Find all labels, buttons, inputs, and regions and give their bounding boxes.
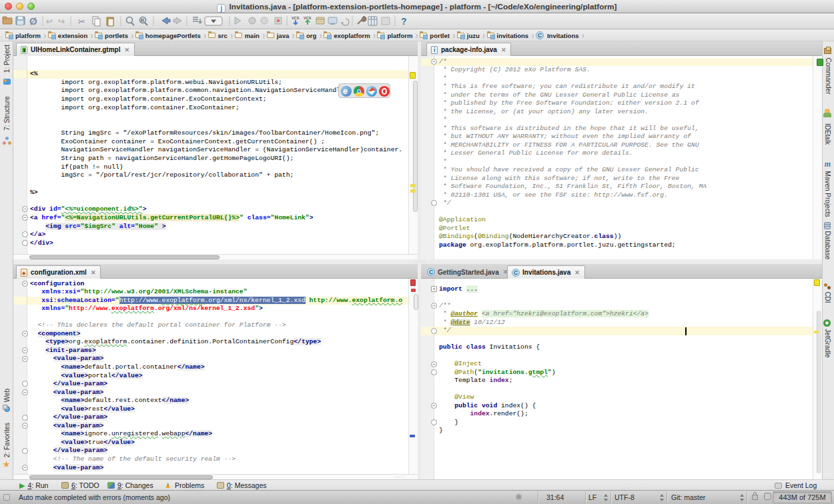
- svg-text:↩: ↩: [46, 17, 53, 26]
- svg-text:R: R: [141, 18, 144, 23]
- svg-text:VCS: VCS: [304, 16, 312, 20]
- svg-text:VCS: VCS: [292, 16, 300, 20]
- svg-text:Ø: Ø: [29, 15, 37, 27]
- svg-text:?: ?: [401, 16, 407, 27]
- svg-text:↪: ↪: [58, 17, 65, 26]
- svg-text:✂: ✂: [78, 17, 85, 27]
